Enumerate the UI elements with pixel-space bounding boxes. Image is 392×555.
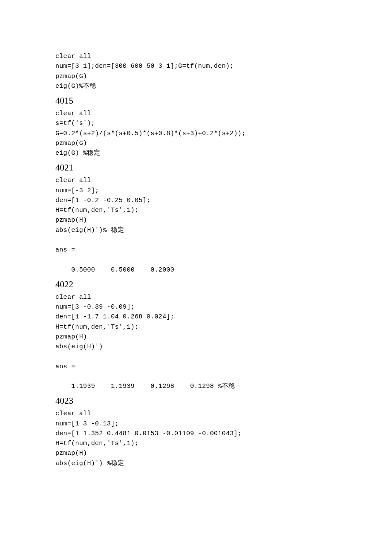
code-block-top: clear all num=[3 1];den=[300 600 50 3 1]… xyxy=(55,52,337,91)
code-block-4021: clear all num=[-3 2]; den=[1 -0.2 -0.25 … xyxy=(55,176,337,275)
heading-4021: 4021 xyxy=(55,162,337,173)
heading-4023: 4023 xyxy=(55,396,337,406)
heading-4015: 4015 xyxy=(55,95,337,106)
document-page: clear all num=[3 1];den=[300 600 50 3 1]… xyxy=(0,0,392,537)
code-block-4023: clear all num=[1 3 -0.13]; den=[1 1.352 … xyxy=(55,409,337,468)
heading-4022: 4022 xyxy=(55,279,337,290)
code-block-4015: clear all s=tf('s'); G=0.2*(s+2)/(s*(s+0… xyxy=(55,109,337,158)
code-block-4022: clear all num=[3 -0.39 -0.09]; den=[1 -1… xyxy=(55,292,337,392)
